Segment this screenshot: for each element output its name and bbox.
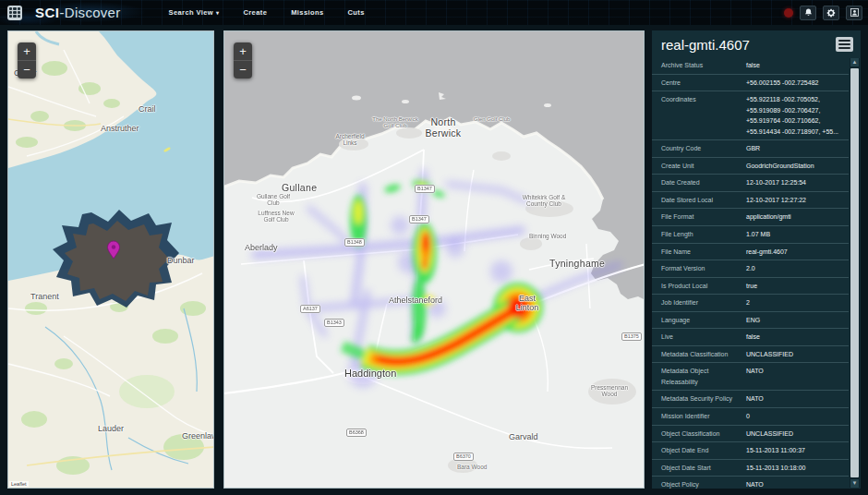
zoom-in-button[interactable]: + — [234, 42, 252, 61]
row-value: 12-10-2017 12:25:54 — [746, 177, 806, 188]
metadata-table: Archive Status false Centre +56.002155 -… — [652, 57, 849, 489]
row-value-cell: 15-11-2013 10:18:00 — [746, 463, 843, 474]
topbar-actions — [784, 0, 862, 25]
row-label: Object Date Start — [661, 463, 746, 474]
top-navigation-bar: SCI-Discover Search View▾ Create Mission… — [0, 0, 868, 25]
overview-map[interactable]: + − Cupar Crail Anstruther Tranent Dunba… — [7, 30, 214, 489]
table-row: Format Version 2.0 — [652, 260, 849, 278]
row-value: false — [746, 60, 760, 71]
row-value-cell: false — [746, 60, 843, 71]
logo-rest: -Discover — [60, 5, 121, 20]
table-row: File Format application/gmti — [652, 209, 849, 226]
chevron-down-icon: ▾ — [216, 10, 219, 16]
row-value-cell: NATO — [746, 479, 843, 489]
row-label: Is Product Local — [661, 281, 746, 292]
menu-create[interactable]: Create — [243, 8, 267, 17]
road-badge: B6368 — [346, 429, 367, 437]
row-value: UNCLASSIFIED — [746, 349, 793, 360]
row-value-cell: 12-10-2017 12:25:54 — [746, 177, 843, 188]
row-value-cell: 2 — [746, 297, 843, 308]
row-value-cell: +55.922118 -002.705052, +55.919089 -002.… — [746, 94, 843, 137]
place-label: Anstruther — [101, 124, 139, 133]
panel-menu-button[interactable] — [836, 37, 853, 52]
notifications-button[interactable] — [800, 6, 816, 20]
app-launcher-grid-icon[interactable] — [7, 6, 22, 20]
row-value: 0 — [746, 411, 750, 422]
row-label: File Length — [661, 229, 746, 240]
settings-button[interactable] — [823, 6, 839, 20]
row-label: Coordinates — [661, 94, 746, 137]
zoom-out-button[interactable]: − — [234, 61, 252, 78]
place-label: East Linton — [512, 294, 542, 313]
row-label: Object Classification — [661, 429, 746, 440]
row-value-cell: true — [746, 281, 843, 292]
table-row: Mission Identifier 0 — [652, 408, 849, 426]
zoom-out-button[interactable]: − — [18, 61, 36, 78]
table-row: Country Code GBR — [652, 140, 849, 158]
place-label: The North Berwick Golf Club — [372, 116, 418, 129]
place-label: Pressmennan Wood — [586, 384, 633, 398]
row-label: Archive Status — [661, 60, 746, 71]
table-row: Metadata Classification UNCLASSIFIED — [652, 346, 849, 364]
gear-icon — [826, 8, 836, 18]
zoom-in-button[interactable]: + — [18, 42, 36, 61]
row-value: application/gmti — [746, 211, 791, 223]
table-row: Live false — [652, 329, 849, 346]
map-attribution[interactable]: Leaflet — [9, 481, 29, 487]
place-label: Gullane — [282, 182, 317, 193]
menu-cuts[interactable]: Cuts — [348, 8, 365, 17]
row-value-cell: real-gmti.4607 — [746, 247, 843, 258]
details-header: real-gmti.4607 — [652, 30, 861, 56]
table-row: File Length 1.07 MB — [652, 226, 849, 244]
scrollbar-thumb[interactable] — [850, 68, 859, 477]
menu-missions[interactable]: Missions — [291, 8, 323, 17]
row-value: UNCLASSIFIED — [746, 429, 793, 440]
details-panel: real-gmti.4607 Archive Status false Cent… — [652, 30, 861, 489]
row-value: ENG — [746, 315, 760, 326]
table-row: Language ENG — [652, 312, 849, 330]
heatmap-map[interactable]: + − North Berwick Gullane Gullane Golf C… — [223, 30, 645, 489]
row-value-cell: GoodrichGroundStation — [746, 161, 843, 172]
scroll-down-arrow[interactable]: ▼ — [850, 479, 859, 488]
row-label: Metadata Security Policy — [661, 393, 746, 404]
place-label: Athelstaneford — [389, 296, 442, 305]
road-badge: B6370 — [453, 453, 474, 461]
row-value-cell: 0 — [746, 411, 843, 422]
table-row: Centre +56.002155 -002.725482 — [652, 75, 849, 92]
row-value-cell: 2.0 — [746, 263, 843, 274]
table-row: Create Unit GoodrichGroundStation — [652, 158, 849, 175]
row-label: Object Date End — [661, 445, 746, 456]
zoom-control: + − — [234, 42, 252, 78]
place-label: Binning Wood — [529, 233, 566, 239]
row-value: real-gmti.4607 — [746, 247, 788, 258]
menu-search-view[interactable]: Search View▾ — [169, 8, 220, 17]
row-label: Job Identifier — [661, 297, 746, 308]
table-row: Object Date End 15-11-2013 11:00:37 — [652, 442, 849, 460]
row-label: Metadata Object Releasability — [661, 366, 746, 387]
row-label: Country Code — [661, 143, 746, 154]
table-row: Object Date Start 15-11-2013 10:18:00 — [652, 460, 849, 477]
place-label: Aberlady — [245, 243, 278, 252]
row-value: 15-11-2013 11:00:37 — [746, 445, 805, 456]
row-value-cell: application/gmti — [746, 211, 843, 223]
row-value: +55.922118 -002.705052, +55.919089 -002.… — [746, 94, 843, 137]
row-value-cell: +56.002155 -002.725482 — [746, 78, 843, 89]
row-value-cell: UNCLASSIFIED — [746, 429, 843, 440]
place-label: Bara Wood — [457, 464, 487, 470]
status-indicator-dot — [784, 8, 793, 18]
row-label: Date Stored Local — [661, 195, 746, 206]
place-label: Luffness New Golf Club — [252, 210, 300, 223]
table-row: Object Policy NATO — [652, 477, 849, 489]
row-value: NATO — [746, 479, 764, 489]
row-label: Live — [661, 332, 746, 343]
zoom-control: + − — [18, 42, 36, 78]
details-scrollbar[interactable]: ▲ ▼ — [850, 58, 860, 488]
table-row: Job Identifier 2 — [652, 295, 849, 312]
row-value: true — [746, 281, 757, 292]
user-account-button[interactable] — [846, 6, 862, 20]
row-value: NATO — [746, 393, 764, 404]
logo-strong: SCI — [35, 5, 60, 20]
row-label: Centre — [661, 78, 746, 89]
scroll-up-arrow[interactable]: ▲ — [850, 58, 859, 66]
table-row: Is Product Local true — [652, 278, 849, 296]
